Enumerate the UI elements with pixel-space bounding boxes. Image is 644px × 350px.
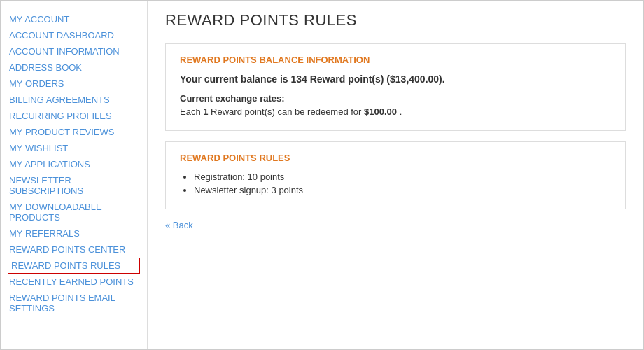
rules-card-title: REWARD POINTS RULES bbox=[180, 153, 611, 163]
sidebar-item-newsletter-subscriptions[interactable]: NEWSLETTER SUBSCRIPTIONS bbox=[8, 172, 140, 199]
sidebar-item-my-account[interactable]: MY ACCOUNT bbox=[8, 11, 140, 27]
balance-card: REWARD POINTS BALANCE INFORMATION Your c… bbox=[165, 43, 626, 131]
sidebar-item-my-referrals[interactable]: MY REFERRALS bbox=[8, 225, 140, 241]
sidebar-item-recently-earned-points[interactable]: RECENTLY EARNED POINTS bbox=[8, 274, 140, 290]
sidebar-item-my-product-reviews[interactable]: MY PRODUCT REVIEWS bbox=[8, 124, 140, 140]
rules-card: REWARD POINTS RULES Registration: 10 poi… bbox=[165, 141, 626, 209]
rules-list: Registration: 10 pointsNewsletter signup… bbox=[180, 172, 611, 195]
sidebar-item-my-orders[interactable]: MY ORDERS bbox=[8, 76, 140, 92]
sidebar-item-reward-points-email-settings[interactable]: REWARD POINTS EMAIL SETTINGS bbox=[8, 290, 140, 316]
sidebar-item-billing-agreements[interactable]: BILLING AGREEMENTS bbox=[8, 92, 140, 108]
exchange-label: Current exchange rates: bbox=[180, 93, 611, 104]
sidebar-item-reward-points-rules[interactable]: REWARD POINTS RULES bbox=[8, 258, 140, 274]
balance-text: Your current balance is 134 Reward point… bbox=[180, 74, 611, 85]
sidebar-item-account-dashboard[interactable]: ACCOUNT DASHBOARD bbox=[8, 27, 140, 43]
page-title: REWARD POINTS RULES bbox=[165, 11, 626, 29]
sidebar-item-my-wishlist[interactable]: MY WISHLIST bbox=[8, 140, 140, 156]
exchange-middle: Reward point(s) can be redeemed for bbox=[208, 106, 364, 117]
sidebar-item-address-book[interactable]: ADDRESS BOOK bbox=[8, 59, 140, 76]
sidebar: MY ACCOUNTACCOUNT DASHBOARDACCOUNT INFOR… bbox=[1, 1, 148, 349]
sidebar-item-reward-points-center[interactable]: REWARD POINTS CENTER bbox=[8, 241, 140, 258]
sidebar-item-my-applications[interactable]: MY APPLICATIONS bbox=[8, 156, 140, 172]
exchange-text: Each 1 Reward point(s) can be redeemed f… bbox=[180, 106, 611, 117]
exchange-suffix: . bbox=[397, 106, 402, 117]
exchange-amount: $100.00 bbox=[364, 106, 397, 117]
balance-card-title: REWARD POINTS BALANCE INFORMATION bbox=[180, 55, 611, 65]
back-link[interactable]: « Back bbox=[165, 220, 193, 230]
rule-item-newsletter: Newsletter signup: 3 points bbox=[194, 185, 611, 195]
rule-item-registration: Registration: 10 points bbox=[194, 172, 611, 182]
main-content: REWARD POINTS RULES REWARD POINTS BALANC… bbox=[148, 1, 643, 349]
sidebar-item-my-downloadable-products[interactable]: MY DOWNLOADABLE PRODUCTS bbox=[8, 199, 140, 225]
back-section: « Back bbox=[165, 220, 626, 230]
sidebar-item-recurring-profiles[interactable]: RECURRING PROFILES bbox=[8, 108, 140, 124]
sidebar-item-account-information[interactable]: ACCOUNT INFORMATION bbox=[8, 43, 140, 59]
exchange-prefix: Each bbox=[180, 106, 203, 117]
